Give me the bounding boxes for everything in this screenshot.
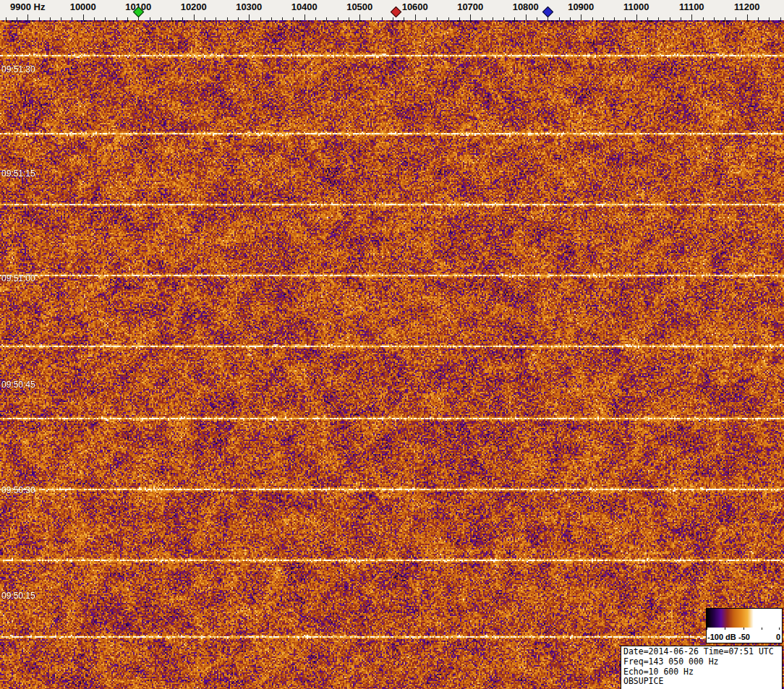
ruler-tick [592, 17, 593, 20]
time-label: 09:51:00 [1, 273, 35, 283]
ruler-tick [304, 14, 305, 20]
ruler-tick [547, 17, 548, 20]
ruler-tick [581, 14, 581, 20]
ruler-tick [182, 17, 183, 20]
ruler-tick [780, 17, 781, 20]
ruler-tick [493, 17, 493, 20]
info-date-time: Date=2014-06-26 Time=07:51 UTC [623, 647, 780, 657]
time-label: 09:50:30 [1, 485, 35, 495]
ruler-tick [39, 17, 40, 20]
ruler-tick [227, 17, 228, 20]
ruler-tick [559, 17, 560, 20]
ruler-tick [359, 14, 360, 20]
waterfall-display: -100 dB -50 0 Date=2014-06-26 Time=07:51… [0, 20, 784, 689]
ruler-tick [769, 17, 770, 20]
ruler-tick [171, 17, 172, 20]
ruler-tick [670, 17, 670, 20]
ruler-tick [482, 17, 482, 20]
ruler-tick [503, 17, 504, 20]
color-scale-legend: -100 dB -50 0 [706, 608, 783, 643]
ruler-tick-label: 11200 [715, 1, 780, 12]
ruler-tick [271, 17, 272, 20]
time-label: 09:50:45 [1, 380, 35, 390]
ruler-tick [17, 17, 17, 20]
ruler-tick [537, 17, 537, 20]
ruler-tick [6, 17, 7, 20]
time-label: 09:51:30 [1, 64, 35, 74]
time-label: 09:51:15 [1, 168, 35, 179]
ruler-tick [647, 17, 648, 20]
info-echo: Echo=10 600 Hz [623, 667, 780, 677]
frequency-ruler: 9900 Hz100001010010200103001040010500106… [0, 0, 784, 20]
color-scale-labels: -100 dB -50 0 [707, 628, 782, 643]
ruler-tick [83, 14, 84, 20]
ruler-tick [603, 17, 604, 20]
ruler-tick [758, 17, 759, 20]
info-station: OBSUPICE [623, 677, 780, 687]
legend-tick [707, 628, 707, 630]
ruler-tick [725, 17, 725, 20]
ruler-tick [426, 17, 427, 20]
legend-tick [743, 628, 744, 630]
ruler-tick [747, 14, 748, 20]
ruler-tick [636, 14, 637, 20]
ruler-tick [326, 17, 327, 20]
ruler-tick [714, 17, 715, 20]
ruler-tick [703, 17, 704, 20]
ruler-tick [404, 17, 404, 20]
ruler-tick [116, 17, 117, 20]
ruler-tick [625, 17, 626, 20]
ruler-tick [570, 17, 571, 20]
color-gradient-bar [707, 609, 780, 628]
ruler-tick [315, 17, 316, 20]
ruler-tick [459, 17, 460, 20]
legend-max-label: 0 [776, 633, 780, 641]
ruler-tick [61, 17, 61, 20]
ruler-tick [238, 17, 239, 20]
ruler-tick [260, 17, 261, 20]
ruler-tick [691, 14, 692, 20]
ruler-tick [658, 17, 659, 20]
ruler-tick [514, 17, 515, 20]
ruler-tick [293, 17, 294, 20]
ruler-tick [470, 14, 471, 20]
ruler-tick [349, 17, 349, 20]
legend-min-label: -100 dB [707, 633, 736, 641]
info-frequency: Freq=143 050 000 Hz [623, 657, 780, 667]
ruler-tick [393, 17, 393, 20]
legend-tick [762, 628, 762, 630]
spectrogram-canvas [0, 20, 784, 689]
ruler-tick [249, 14, 250, 20]
ruler-tick [105, 17, 106, 20]
time-label: 09:50:15 [1, 591, 35, 601]
ruler-tick [681, 17, 681, 20]
ruler-tick [437, 17, 438, 20]
ruler-tick [382, 17, 383, 20]
legend-tick [725, 628, 725, 630]
legend-tick [779, 628, 780, 630]
ruler-tick [27, 14, 28, 20]
ruler-tick [50, 17, 51, 20]
ruler-tick [614, 17, 615, 20]
ruler-tick [205, 17, 205, 20]
ruler-tick [216, 17, 216, 20]
ruler-tick [371, 17, 372, 20]
ruler-tick [194, 14, 195, 20]
ruler-tick [415, 14, 416, 20]
spectrum-waterfall-app: 9900 Hz100001010010200103001040010500106… [0, 0, 784, 689]
ruler-tick [282, 17, 283, 20]
ruler-tick [127, 17, 128, 20]
ruler-tick [338, 17, 338, 20]
ruler-tick [448, 17, 449, 20]
legend-mid-label: -50 [738, 633, 750, 641]
ruler-tick [736, 17, 736, 20]
ruler-tick [94, 17, 95, 20]
ruler-tick [526, 14, 527, 20]
observation-info-box: Date=2014-06-26 Time=07:51 UTC Freq=143 … [621, 646, 783, 689]
ruler-tick [150, 17, 150, 20]
ruler-tick [72, 17, 72, 20]
ruler-tick [161, 17, 161, 20]
